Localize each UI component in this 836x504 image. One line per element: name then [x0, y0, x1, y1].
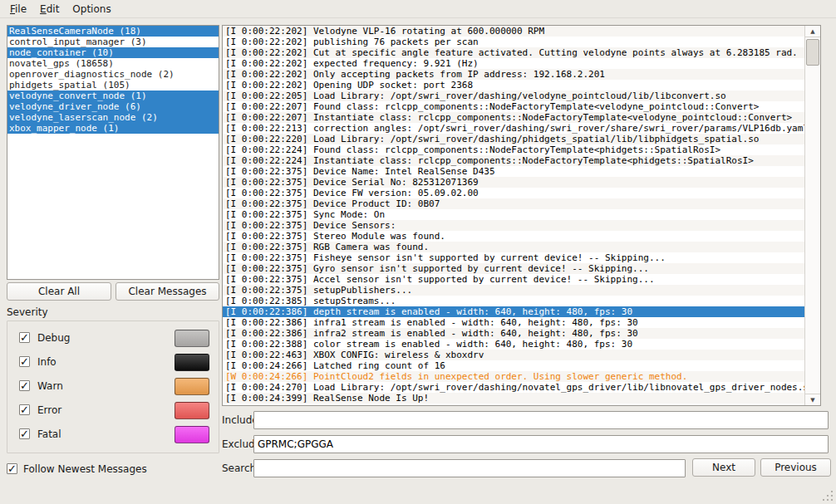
- include-input[interactable]: [253, 411, 829, 429]
- log-row[interactable]: [I 0:00:22:207] Found class: rclcpp_comp…: [223, 101, 804, 112]
- log-row[interactable]: [I 0:00:22:213] correction angles: /opt/…: [223, 123, 804, 134]
- log-row[interactable]: [I 0:00:22:375] Device Product ID: 0B07: [223, 198, 804, 209]
- log-row[interactable]: [I 0:00:22:386] infra1 stream is enabled…: [223, 317, 804, 328]
- log-row[interactable]: [I 0:00:22:375] Device Serial No: 825312…: [223, 177, 804, 188]
- log-row[interactable]: [I 0:00:22:386] depth stream is enabled …: [223, 306, 804, 317]
- node-list-item[interactable]: velodyne_laserscan_node (2): [7, 112, 219, 123]
- node-list-item[interactable]: node_container (10): [7, 47, 219, 58]
- severity-row-error: Error: [7, 402, 219, 420]
- log-message-list[interactable]: [I 0:00:22:202] Velodyne VLP-16 rotating…: [222, 25, 821, 406]
- clear-all-button[interactable]: Clear All: [7, 282, 111, 301]
- log-row[interactable]: [I 0:00:22:375] RGB Camera was found.: [223, 242, 804, 252]
- log-row[interactable]: [I 0:00:22:375] Device Name: Intel RealS…: [223, 166, 804, 177]
- log-row[interactable]: [I 0:00:22:375] Device Sensors:: [223, 220, 804, 231]
- node-list-item[interactable]: RealSenseCameraNode (18): [7, 26, 219, 37]
- severity-row-debug: Debug: [7, 330, 219, 348]
- severity-label-warn: Warn: [37, 380, 63, 392]
- severity-label-error: Error: [37, 404, 61, 416]
- log-row[interactable]: [I 0:00:22:386] infra2 stream is enabled…: [223, 328, 804, 339]
- severity-checkbox-debug[interactable]: [19, 332, 30, 343]
- search-input[interactable]: [253, 459, 686, 477]
- exclude-input[interactable]: [253, 435, 829, 453]
- severity-row-warn: Warn: [7, 378, 219, 396]
- log-row[interactable]: [I 0:00:22:463] XBOX CONFIG: wireless & …: [223, 350, 804, 360]
- severity-color-swatch-error[interactable]: [175, 402, 209, 419]
- menu-options[interactable]: Options: [66, 2, 117, 17]
- log-row[interactable]: [I 0:00:22:202] Only accepting packets f…: [223, 69, 804, 80]
- log-row[interactable]: [I 0:00:22:202] Opening UDP socket: port…: [223, 80, 804, 91]
- node-list-item[interactable]: openrover_diagnostics_node (2): [7, 69, 219, 80]
- severity-row-info: Info: [7, 354, 219, 372]
- log-row[interactable]: [I 0:00:22:202] Cut at specific angle fe…: [223, 47, 804, 58]
- next-button[interactable]: Next: [692, 458, 755, 477]
- follow-newest-checkbox[interactable]: [7, 463, 17, 474]
- resize-grip-icon[interactable]: [823, 491, 833, 501]
- node-list-item[interactable]: phidgets_spatial (105): [7, 80, 219, 91]
- node-list-item[interactable]: velodyne_convert_node (1): [7, 91, 219, 101]
- log-row[interactable]: [I 0:00:22:375] Accel sensor isn't suppo…: [223, 274, 804, 285]
- severity-frame: DebugInfoWarnErrorFatal: [7, 321, 219, 453]
- severity-row-fatal: Fatal: [7, 426, 219, 444]
- log-row[interactable]: [I 0:00:22:375] Stereo Module was found.: [223, 231, 804, 242]
- log-row[interactable]: [I 0:00:22:220] Load Library: /opt/swri_…: [223, 134, 804, 144]
- severity-checkbox-warn[interactable]: [19, 380, 30, 391]
- severity-checkbox-info[interactable]: [19, 356, 30, 367]
- log-row[interactable]: [I 0:00:22:375] setupPublishers...: [223, 285, 804, 296]
- log-row[interactable]: [I 0:00:22:202] expected frequency: 9.92…: [223, 58, 804, 69]
- log-row[interactable]: [I 0:00:22:224] Found class: rclcpp_comp…: [223, 144, 804, 155]
- log-row[interactable]: [I 0:00:22:385] setupStreams...: [223, 296, 804, 306]
- scroll-down-icon[interactable]: ▼: [805, 394, 820, 405]
- node-list-item[interactable]: xbox_mapper_node (1): [7, 123, 219, 134]
- severity-title: Severity: [7, 306, 48, 318]
- log-row[interactable]: [W 0:00:24:266] PointCloud2 fields in un…: [223, 371, 804, 382]
- log-row[interactable]: [I 0:00:22:202] publishing 76 packets pe…: [223, 37, 804, 47]
- log-row[interactable]: [I 0:00:24:270] Load Library: /opt/swri_…: [223, 382, 804, 393]
- previous-button[interactable]: Previous: [760, 458, 831, 477]
- node-list-item[interactable]: novatel_gps (18658): [7, 58, 219, 69]
- menu-edit[interactable]: Edit: [33, 2, 66, 17]
- follow-newest-label: Follow Newest Messages: [23, 463, 147, 475]
- scrollbar-thumb[interactable]: [806, 39, 819, 66]
- severity-label-debug: Debug: [37, 332, 70, 344]
- menu-bar: FileEditOptions: [0, 0, 836, 18]
- log-scrollbar[interactable]: ▲ ▼: [804, 26, 820, 405]
- log-row[interactable]: [I 0:00:22:375] Gyro sensor isn't suppor…: [223, 263, 804, 274]
- node-list[interactable]: RealSenseCameraNode (18)control_input_ma…: [7, 25, 219, 280]
- severity-label-fatal: Fatal: [37, 428, 61, 440]
- log-row[interactable]: [I 0:00:22:388] color stream is enabled …: [223, 339, 804, 350]
- log-row[interactable]: [I 0:00:24:266] Latched ring count of 16: [223, 360, 804, 371]
- severity-color-swatch-debug[interactable]: [175, 330, 209, 347]
- severity-color-swatch-info[interactable]: [175, 354, 209, 371]
- log-row[interactable]: [I 0:00:22:224] Instantiate class: rclcp…: [223, 155, 804, 166]
- severity-label-info: Info: [37, 356, 57, 368]
- search-label: Search: [222, 462, 256, 474]
- log-row[interactable]: [I 0:00:22:375] Fisheye sensor isn't sup…: [223, 252, 804, 263]
- log-row[interactable]: [I 0:00:24:399] RealSense Node Is Up!: [223, 393, 804, 404]
- log-row[interactable]: [I 0:00:22:202] Velodyne VLP-16 rotating…: [223, 26, 804, 37]
- node-list-item[interactable]: velodyne_driver_node (6): [7, 101, 219, 112]
- severity-checkbox-fatal[interactable]: [19, 428, 30, 439]
- scroll-up-icon[interactable]: ▲: [805, 26, 820, 37]
- log-row[interactable]: [I 0:00:22:375] Sync Mode: On: [223, 209, 804, 220]
- severity-color-swatch-warn[interactable]: [175, 378, 209, 395]
- severity-color-swatch-fatal[interactable]: [175, 426, 209, 443]
- log-row[interactable]: [I 0:00:22:375] Device FW version: 05.09…: [223, 188, 804, 198]
- severity-checkbox-error[interactable]: [19, 404, 30, 415]
- log-row[interactable]: [I 0:00:22:207] Instantiate class: rclcp…: [223, 112, 804, 123]
- node-list-item[interactable]: control_input_manager (3): [7, 37, 219, 47]
- log-row[interactable]: [I 0:00:22:205] Load Library: /opt/swri_…: [223, 91, 804, 101]
- clear-messages-button[interactable]: Clear Messages: [116, 282, 219, 301]
- menu-file[interactable]: File: [3, 2, 33, 17]
